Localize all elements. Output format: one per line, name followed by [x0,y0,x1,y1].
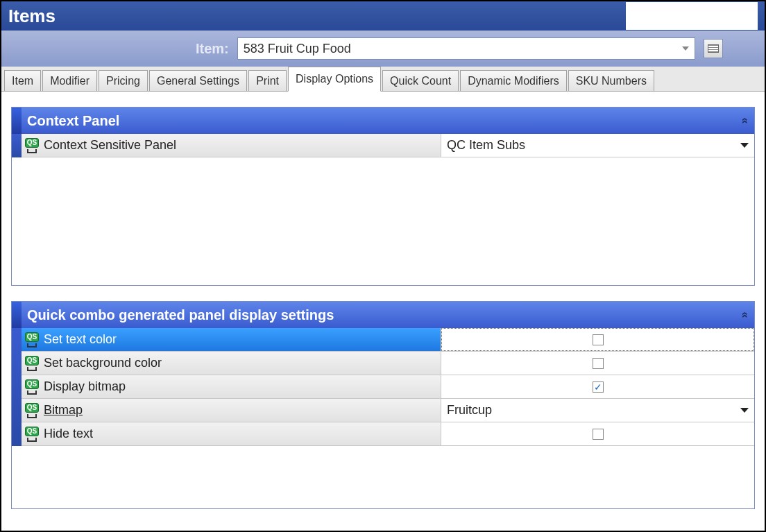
property-label-text: Context Sensitive Panel [44,138,176,153]
collapse-icon[interactable]: « [740,118,752,124]
panel-stripe [12,302,22,328]
property-row-context-sensitive-panel[interactable]: QS Context Sensitive Panel QC Item Subs [22,134,754,157]
chevron-down-icon [740,408,749,413]
item-bar: Item: 583 Fruit Cup Food [1,31,765,67]
property-label: QS Hide text [22,422,441,445]
checkbox-unchecked[interactable] [593,429,604,440]
checkbox-unchecked[interactable] [593,358,604,369]
property-label-text: Display bitmap [44,379,126,394]
property-row-display-bitmap[interactable]: QS Display bitmap ✓ [22,375,754,399]
tab-label: Dynamic Modifiers [468,75,559,87]
property-label: QS Bitmap [22,399,441,422]
qs-badge: QS [25,427,39,436]
tab-dynamic-modifiers[interactable]: Dynamic Modifiers [460,70,567,91]
panel-title: Context Panel « [22,108,754,134]
titlebar-blank [626,2,758,30]
panel-stripe [12,108,22,134]
panel-body: QS Context Sensitive Panel QC Item Subs [12,134,754,157]
property-value-checkbox[interactable]: ✓ [441,375,754,398]
property-grid: QS Context Sensitive Panel QC Item Subs [22,134,754,157]
property-value-text: QC Item Subs [447,138,525,153]
tab-label: Modifier [50,75,90,87]
item-dropdown-value: 583 Fruit Cup Food [244,42,351,56]
collapse-icon[interactable]: « [740,312,752,318]
panel-title: Quick combo generated panel display sett… [22,302,754,328]
property-value-text: Fruitcup [447,403,492,418]
panel-body: QS Set text color QS Set background colo… [12,328,754,446]
tab-label: Pricing [106,75,140,87]
tab-label: Display Options [296,73,373,85]
property-value-dropdown[interactable]: Fruitcup [441,399,754,422]
keyboard-icon-button[interactable] [704,39,723,58]
property-label: QS Set text color [22,328,441,351]
chevron-down-icon [682,46,689,51]
property-row-bitmap[interactable]: QS Bitmap Fruitcup [22,399,754,422]
tab-label: SKU Numbers [576,75,647,87]
panel-title-text: Context Panel [27,113,119,129]
property-grid: QS Set text color QS Set background colo… [22,328,754,446]
property-value-dropdown[interactable]: QC Item Subs [441,134,754,157]
tab-label: Item [12,75,33,87]
qs-icon: QS [24,403,40,418]
qs-icon: QS [24,138,40,153]
app-frame: Items Item: 583 Fruit Cup Food Item Modi… [0,0,766,532]
tab-label: Quick Count [390,75,451,87]
qs-icon: QS [24,427,40,442]
app-title: Items [8,6,56,27]
property-label-text: Set background color [44,356,162,370]
qs-badge: QS [25,332,39,342]
tab-item[interactable]: Item [4,70,41,91]
panel-header: Context Panel « [12,108,754,134]
titlebar: Items [1,1,765,31]
checkbox-checked[interactable]: ✓ [593,381,604,393]
tab-modifier[interactable]: Modifier [42,70,97,91]
panel-side-stripe [12,328,22,446]
property-label-link[interactable]: Bitmap [44,403,83,418]
panel-header: Quick combo generated panel display sett… [12,302,754,328]
property-label: QS Context Sensitive Panel [22,134,441,157]
tab-pricing[interactable]: Pricing [99,70,148,91]
tab-label: Print [256,75,279,87]
keyboard-icon [708,44,719,53]
context-panel: Context Panel « QS Context Sensitive Pan… [11,107,755,286]
property-value-checkbox[interactable] [441,422,754,445]
content-area: Context Panel « QS Context Sensitive Pan… [1,92,765,531]
panel-side-stripe [12,134,22,157]
property-value-checkbox[interactable] [441,328,754,351]
property-label: QS Display bitmap [22,375,441,398]
property-label: QS Set background color [22,352,441,375]
qs-badge: QS [25,138,39,148]
tab-print[interactable]: Print [248,70,287,91]
tab-sku-numbers[interactable]: SKU Numbers [568,70,654,91]
qs-icon: QS [24,332,40,347]
tab-label: General Settings [157,75,239,87]
property-value-checkbox[interactable] [441,352,754,375]
item-dropdown[interactable]: 583 Fruit Cup Food [237,37,695,60]
property-label-text: Hide text [44,427,93,441]
qs-icon: QS [24,379,40,395]
item-label: Item: [196,41,229,57]
property-row-set-text-color[interactable]: QS Set text color [22,328,754,352]
chevron-down-icon [740,143,749,148]
qs-badge: QS [25,379,39,389]
property-row-set-background-color[interactable]: QS Set background color [22,352,754,375]
tab-display-options[interactable]: Display Options [288,67,381,92]
tab-quick-count[interactable]: Quick Count [382,70,459,91]
qs-badge: QS [25,403,39,413]
qs-icon: QS [24,356,40,371]
property-row-hide-text[interactable]: QS Hide text [22,422,754,446]
checkbox-unchecked[interactable] [593,334,604,345]
property-label-text: Set text color [44,332,117,347]
quick-combo-panel: Quick combo generated panel display sett… [11,301,755,509]
panel-title-text: Quick combo generated panel display sett… [27,307,334,323]
tabstrip: Item Modifier Pricing General Settings P… [1,67,765,92]
qs-badge: QS [25,356,39,366]
tab-general-settings[interactable]: General Settings [149,70,247,91]
